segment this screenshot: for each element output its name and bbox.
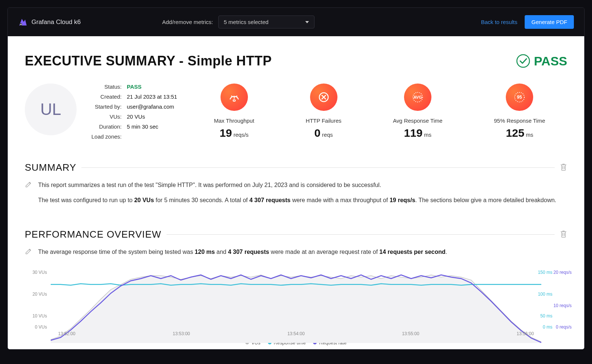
x-tick: 13:56:00: [517, 331, 534, 336]
kpi-label: Max Throughput: [214, 118, 254, 124]
trash-icon[interactable]: [560, 230, 567, 239]
divider: [166, 234, 555, 235]
kpi-label: 95% Response Time: [494, 118, 545, 124]
kpi-value: 125: [506, 127, 524, 139]
meta-created-label: Created:: [91, 93, 122, 100]
summary-p1: This report summarizes a test run of the…: [38, 180, 556, 190]
summary-body: This report summarizes a test run of the…: [25, 180, 567, 210]
pass-badge: PASS: [516, 54, 567, 68]
logo-area: k6 Grafana Cloud k6: [18, 17, 81, 27]
avg-icon: AVG: [404, 84, 431, 111]
kpi-avg-response: AVG Avg Response Time 119ms: [393, 84, 443, 139]
meta-vus-label: VUs:: [91, 113, 122, 120]
text-bold: 4 307 requests: [249, 197, 290, 203]
meta-status-label: Status:: [91, 84, 122, 90]
exec-title: EXECUTIVE SUMMARY - Simple HTTP: [25, 53, 272, 69]
info-row: UL Status: PASS Created: 21 Jul 2023 at …: [25, 84, 567, 140]
text-fragment: The average response time of the system …: [38, 249, 195, 255]
metrics-select-value: 5 metrics selected: [224, 19, 269, 25]
kpi-label: HTTP Failures: [306, 118, 341, 124]
product-name: Grafana Cloud k6: [31, 18, 81, 26]
meta-startedby-label: Started by:: [91, 103, 122, 110]
kpi-max-throughput: Max Throughput 19reqs/s: [214, 84, 254, 139]
text-fragment: for 5 minutes 30 seconds. A total of: [154, 197, 249, 203]
meta-duration-value: 5 min 30 sec: [127, 123, 177, 130]
meta-startedby-value: user@grafana.com: [127, 103, 177, 110]
meta-created-value: 21 Jul 2023 at 13:51: [127, 93, 177, 100]
text-bold: 19 reqs/s: [390, 197, 415, 203]
kpi-value: 119: [404, 127, 423, 139]
pass-label: PASS: [534, 54, 567, 68]
svg-text:k6: k6: [20, 23, 22, 25]
kpi-value: 0: [314, 127, 321, 139]
text-fragment: were made with a max throughput of: [290, 197, 390, 203]
summary-text: This report summarizes a test run of the…: [38, 180, 556, 210]
meta-status-value: PASS: [127, 84, 177, 90]
meta-vus-value: 20 VUs: [127, 113, 177, 120]
y-right2-tick: 20 reqs/s: [554, 270, 572, 275]
divider: [81, 167, 555, 168]
text-fragment: were made at an average request rate of: [269, 249, 379, 255]
trash-icon[interactable]: [560, 163, 567, 173]
y-right2-tick: 10 reqs/s: [554, 303, 572, 308]
svg-point-4: [236, 96, 237, 97]
perf-body: The average response time of the system …: [25, 247, 567, 262]
svg-text:AVG: AVG: [413, 95, 422, 99]
svg-text:95: 95: [517, 95, 522, 100]
generate-pdf-button[interactable]: Generate PDF: [525, 15, 574, 29]
gauge-icon: [221, 84, 248, 111]
perf-p1: The average response time of the system …: [38, 247, 447, 257]
kpi-http-failures: HTTP Failures 0reqs: [306, 84, 341, 139]
text-fragment: and: [215, 249, 228, 255]
kpi-unit: reqs/s: [233, 132, 249, 138]
perf-text: The average response time of the system …: [38, 247, 447, 262]
kpi-label: Avg Response Time: [393, 118, 443, 124]
perf-section-header: PERFORMANCE OVERVIEW: [25, 229, 567, 240]
summary-p2: The test was configured to run up to 20 …: [38, 195, 556, 205]
text-bold: 14 requests per second: [379, 249, 445, 255]
summary-section-header: SUMMARY: [25, 162, 567, 173]
meta-loadzones-value: [127, 133, 177, 140]
k6-logo-icon: k6: [18, 17, 28, 27]
x-tick: 13:53:00: [173, 331, 190, 336]
x-circle-icon: [310, 84, 337, 111]
kpi-row: Max Throughput 19reqs/s HTTP Failures 0r…: [192, 84, 567, 139]
chevron-down-icon: [305, 21, 309, 23]
y-right2-tick: 0 reqs/s: [556, 324, 572, 330]
x-tick: 13:52:00: [58, 331, 75, 336]
kpi-value: 19: [220, 127, 232, 139]
perf-title: PERFORMANCE OVERVIEW: [25, 229, 161, 240]
x-tick: 13:54:00: [287, 331, 305, 336]
edit-icon[interactable]: [25, 181, 32, 210]
y-right1-tick: 0 ms: [543, 324, 552, 330]
meta-table: Status: PASS Created: 21 Jul 2023 at 13:…: [91, 84, 177, 140]
topbar-center: Add/remove metrics: 5 metrics selected: [162, 16, 314, 28]
metrics-label: Add/remove metrics:: [162, 19, 213, 25]
report-page: EXECUTIVE SUMMARY - Simple HTTP PASS UL …: [8, 36, 584, 349]
back-to-results-link[interactable]: Back to results: [481, 19, 517, 25]
y-right1-tick: 50 ms: [540, 313, 552, 319]
text-fragment: The test was configured to run up to: [38, 197, 134, 203]
kpi-unit: reqs: [322, 132, 333, 138]
x-axis-labels: 13:52:00 13:53:00 13:54:00 13:55:00 13:5…: [51, 331, 541, 336]
y-left-tick: 10 VUs: [25, 313, 47, 319]
app-frame: k6 Grafana Cloud k6 Add/remove metrics: …: [7, 7, 585, 350]
kpi-unit: ms: [424, 132, 431, 138]
y-left-tick: 30 VUs: [25, 270, 47, 275]
svg-point-3: [231, 96, 232, 97]
svg-point-2: [517, 55, 529, 67]
p95-icon: 95: [506, 84, 533, 111]
x-tick: 13:55:00: [402, 331, 419, 336]
exec-header: EXECUTIVE SUMMARY - Simple HTTP PASS: [25, 53, 567, 69]
text-bold: 20 VUs: [134, 197, 154, 203]
topbar-right: Back to results Generate PDF: [481, 15, 574, 29]
y-left-tick: 20 VUs: [25, 292, 47, 297]
kpi-unit: ms: [526, 132, 533, 138]
text-fragment: . The sections below give a more detaile…: [415, 197, 556, 203]
metrics-select[interactable]: 5 metrics selected: [218, 16, 314, 28]
perf-chart: 30 VUs 20 VUs 10 VUs 0 VUs 150 ms 100 ms…: [25, 270, 567, 336]
text-bold: 120 ms: [195, 249, 215, 255]
summary-title: SUMMARY: [25, 162, 76, 173]
edit-icon[interactable]: [25, 248, 32, 262]
topbar: k6 Grafana Cloud k6 Add/remove metrics: …: [8, 8, 584, 36]
